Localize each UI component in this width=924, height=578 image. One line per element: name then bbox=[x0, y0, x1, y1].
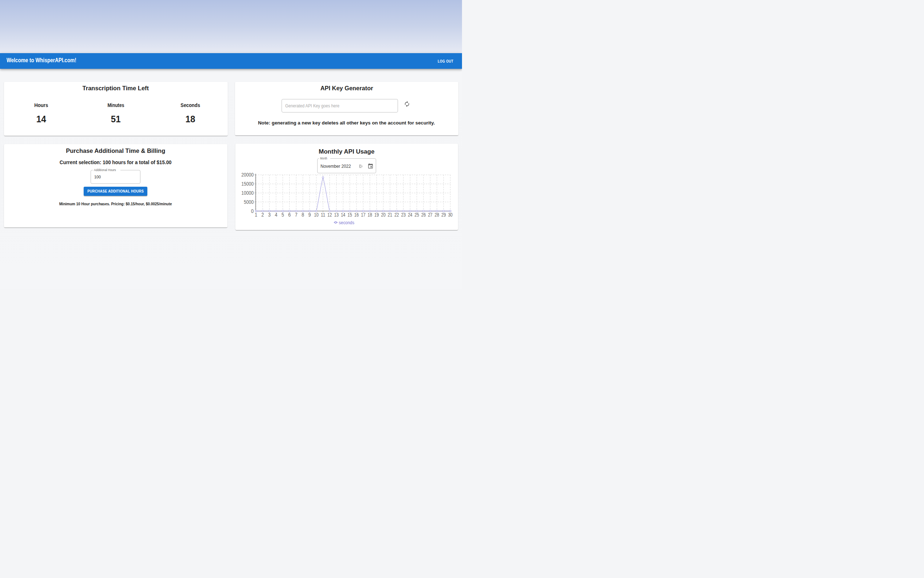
svg-text:4: 4 bbox=[275, 212, 277, 218]
svg-text:5000: 5000 bbox=[244, 199, 254, 205]
svg-text:0: 0 bbox=[251, 208, 253, 214]
svg-text:19: 19 bbox=[374, 212, 379, 218]
svg-text:2: 2 bbox=[261, 212, 264, 218]
svg-text:21: 21 bbox=[387, 212, 392, 218]
svg-text:seconds: seconds bbox=[339, 220, 354, 225]
svg-text:28: 28 bbox=[434, 212, 439, 218]
svg-text:14: 14 bbox=[340, 212, 345, 218]
svg-text:25: 25 bbox=[414, 212, 419, 218]
svg-text:7: 7 bbox=[295, 212, 297, 218]
svg-text:24: 24 bbox=[408, 212, 413, 218]
svg-text:23: 23 bbox=[401, 212, 406, 218]
svg-text:3: 3 bbox=[268, 212, 270, 218]
svg-text:22: 22 bbox=[394, 212, 399, 218]
svg-text:13: 13 bbox=[334, 212, 339, 218]
svg-text:10000: 10000 bbox=[241, 190, 254, 196]
svg-text:9: 9 bbox=[308, 212, 311, 218]
svg-text:16: 16 bbox=[354, 212, 359, 218]
svg-text:27: 27 bbox=[428, 212, 432, 218]
svg-text:15000: 15000 bbox=[241, 181, 254, 187]
svg-text:20000: 20000 bbox=[241, 172, 254, 178]
svg-text:11: 11 bbox=[320, 212, 325, 218]
svg-text:12: 12 bbox=[327, 212, 332, 218]
svg-text:1: 1 bbox=[255, 212, 257, 218]
svg-text:17: 17 bbox=[361, 212, 366, 218]
svg-text:6: 6 bbox=[288, 212, 291, 218]
svg-text:18: 18 bbox=[367, 212, 372, 218]
svg-text:10: 10 bbox=[314, 212, 319, 218]
svg-text:26: 26 bbox=[421, 212, 426, 218]
svg-text:5: 5 bbox=[281, 212, 284, 218]
svg-text:8: 8 bbox=[302, 212, 304, 218]
svg-text:15: 15 bbox=[348, 212, 352, 218]
svg-text:29: 29 bbox=[441, 212, 446, 218]
svg-text:20: 20 bbox=[381, 212, 386, 218]
svg-text:30: 30 bbox=[448, 212, 453, 218]
